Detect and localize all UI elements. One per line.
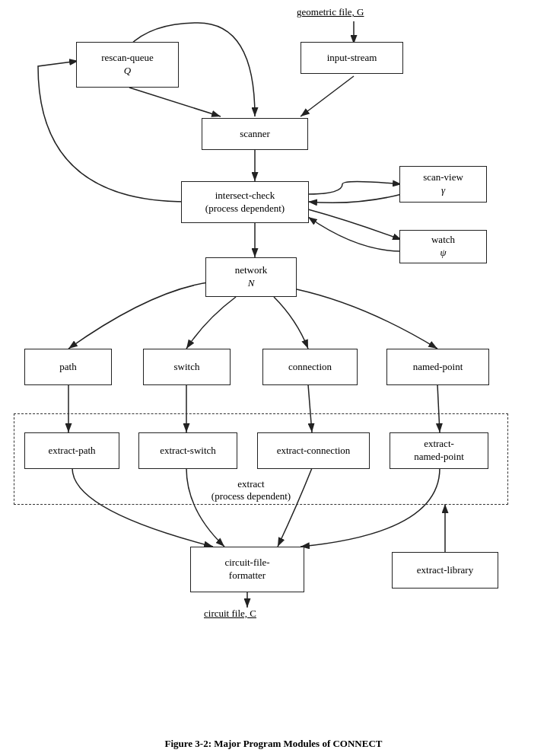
extract-connection-label: extract-connection xyxy=(277,445,351,458)
intersect-check-box: intersect-check (process dependent) xyxy=(181,181,309,223)
network-label: network xyxy=(235,264,268,277)
extract-switch-label: extract-switch xyxy=(160,445,216,458)
rescan-queue-label: rescan-queue xyxy=(101,52,154,65)
switch-box: switch xyxy=(143,349,231,385)
extract-text: extract xyxy=(237,478,264,490)
switch-label: switch xyxy=(174,361,200,374)
rescan-queue-symbol: Q xyxy=(124,65,131,78)
svg-line-3 xyxy=(301,76,354,116)
watch-label: watch xyxy=(431,234,455,247)
extract-path-label: extract-path xyxy=(48,445,95,458)
scanner-label: scanner xyxy=(240,128,270,141)
circuit-file-label: circuit file, C xyxy=(204,608,256,620)
circuit-file-formatter-label: circuit-file-formatter xyxy=(224,557,269,582)
extract-path-box: extract-path xyxy=(24,432,119,469)
svg-line-4 xyxy=(129,88,221,116)
extract-switch-box: extract-switch xyxy=(138,432,237,469)
path-label: path xyxy=(59,361,76,374)
watch-symbol: ψ xyxy=(440,247,446,260)
scanner-box: scanner xyxy=(202,118,308,150)
diagram-container: geometric file, G rescan-queue Q input-s… xyxy=(0,0,547,756)
intersect-check-sublabel: (process dependent) xyxy=(205,203,285,215)
rescan-queue-box: rescan-queue Q xyxy=(76,42,179,88)
circuit-file-formatter-box: circuit-file-formatter xyxy=(190,547,304,592)
input-stream-box: input-stream xyxy=(301,42,403,74)
connection-box: connection xyxy=(262,349,358,385)
watch-box: watch ψ xyxy=(399,230,487,263)
input-stream-label: input-stream xyxy=(327,52,377,65)
scan-view-label: scan-view xyxy=(423,171,463,184)
extract-named-point-label: extract-named-point xyxy=(414,438,464,464)
scan-view-box: scan-view γ xyxy=(399,166,487,203)
named-point-label: named-point xyxy=(413,361,463,374)
extract-sublabel: (process dependent) xyxy=(211,490,291,502)
network-symbol: N xyxy=(248,277,255,290)
extract-named-point-box: extract-named-point xyxy=(390,432,488,469)
named-point-box: named-point xyxy=(386,349,489,385)
path-box: path xyxy=(24,349,112,385)
connection-label: connection xyxy=(288,361,332,374)
geometric-file-label: geometric file, G xyxy=(297,6,364,18)
extract-label: extract (process dependent) xyxy=(167,478,335,502)
scan-view-symbol: γ xyxy=(441,184,445,197)
extract-connection-box: extract-connection xyxy=(257,432,370,469)
network-box: network N xyxy=(205,257,297,297)
intersect-check-label: intersect-check xyxy=(215,190,275,203)
figure-caption: Figure 3-2: Major Program Modules of CON… xyxy=(0,738,547,750)
extract-library-label: extract-library xyxy=(417,564,473,577)
extract-library-box: extract-library xyxy=(392,552,498,589)
